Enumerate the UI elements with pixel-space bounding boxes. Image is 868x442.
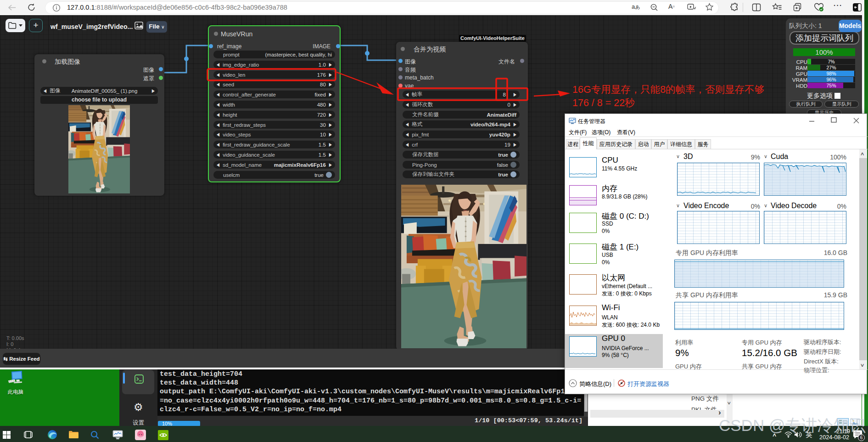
svg-text:16G专用显存，只能8的帧率，否则显存不够: 16G专用显存，只能8的帧率，否则显存不够 — [572, 84, 764, 95]
svg-text:176 / 8 = 22秒: 176 / 8 = 22秒 — [572, 97, 635, 108]
